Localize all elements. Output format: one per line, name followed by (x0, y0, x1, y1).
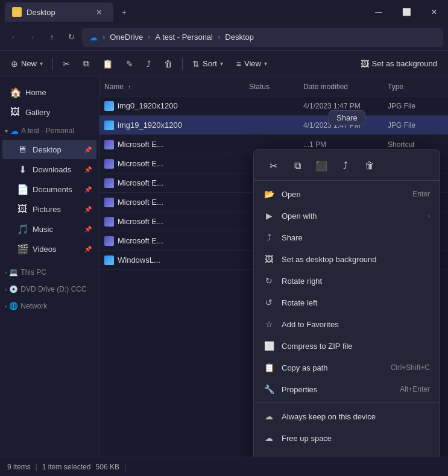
delete-button[interactable]: 🗑 (158, 54, 178, 74)
file-icon (104, 178, 114, 188)
window-controls: — ⬜ ✕ (365, 0, 448, 24)
sidebar-group-atest[interactable]: ▾ ☁ A test - Personal (0, 122, 99, 139)
cm-copyto-button[interactable]: ⬛ (312, 156, 331, 175)
sidebar-label-thispc: This PC (21, 268, 46, 277)
forward-button[interactable]: › (24, 29, 41, 46)
sidebar-label-desktop: Desktop (33, 145, 62, 154)
cm-item-properties[interactable]: 🔧 Properties Alt+Enter (254, 378, 440, 400)
paste-button[interactable]: 📋 (96, 54, 119, 74)
cm-item-freeupspace[interactable]: ☁ Free up space (254, 427, 440, 449)
cm-share-button[interactable]: ⤴ (336, 156, 355, 175)
maximize-button[interactable]: ⬜ (393, 0, 420, 24)
path-separator-3: › (218, 33, 220, 42)
view-button[interactable]: ≡ View ▾ (230, 54, 273, 74)
sidebar-label-network: Network (21, 302, 47, 310)
cm-item-rotateright[interactable]: ↻ Rotate right (254, 270, 440, 292)
file-item[interactable]: img19_1920x1200 4/1/2023 1:47 PM JPG Fil… (99, 116, 448, 135)
new-button[interactable]: ⊕ New ▾ (5, 54, 49, 74)
cm-item-setdesktopbg[interactable]: 🖼 Set as desktop background (254, 248, 440, 270)
cm-label-freeupspace: Free up space (282, 434, 430, 443)
cm-label-open: Open (282, 190, 405, 199)
sidebar: 🏠 Home 🖼 Gallery ▾ ☁ A test - Personal 🖥… (0, 77, 99, 457)
properties-icon: 🔧 (263, 384, 274, 394)
new-tab-button[interactable]: + (116, 4, 133, 20)
file-item[interactable]: img0_1920x1200 4/1/2023 1:47 PM JPG File (99, 96, 448, 116)
cm-label-setdesktopbg: Set as desktop background (282, 255, 430, 264)
music-icon: 🎵 (17, 224, 28, 235)
sidebar-group-network[interactable]: › 🌐 Network (0, 298, 99, 315)
sidebar-item-desktop[interactable]: 🖥 Desktop 📌 (2, 140, 96, 159)
sort-arrow-icon: ↑ (128, 84, 131, 90)
cm-item-open[interactable]: 📂 Open Enter (254, 183, 440, 205)
cm-item-compress[interactable]: ⬜ Compress to ZIP file (254, 335, 440, 357)
cm-item-keepondevice[interactable]: ☁ Always keep on this device (254, 406, 440, 427)
col-header-status[interactable]: Status (244, 83, 298, 91)
gallery-icon: 🖼 (10, 107, 21, 117)
path-separator-2: › (148, 33, 150, 42)
cut-button[interactable]: ✂ (57, 54, 76, 74)
copy-button[interactable]: ⧉ (77, 54, 95, 74)
col-header-name[interactable]: Name ↑ (99, 83, 244, 91)
submenu-arrow-icon: › (428, 213, 430, 219)
file-icon (104, 198, 114, 207)
file-icon (104, 101, 114, 111)
share-menu-icon: ⤴ (263, 233, 274, 242)
pin-documents-icon: 📌 (84, 186, 92, 193)
pin-videos-icon: 📌 (84, 246, 92, 252)
col-header-date[interactable]: Date modified (298, 83, 383, 91)
new-icon: ⊕ (11, 59, 18, 69)
close-button[interactable]: ✕ (420, 0, 448, 24)
sidebar-item-music[interactable]: 🎵 Music 📌 (2, 219, 96, 239)
cm-item-rotateleft[interactable]: ↺ Rotate left (254, 292, 440, 313)
context-menu-icon-row: ✂ ⧉ ⬛ ⤴ 🗑 (254, 154, 440, 178)
cm-item-share[interactable]: ⤴ Share (254, 227, 440, 248)
setbg-icon: 🖼 (361, 59, 369, 69)
minimize-button[interactable]: — (365, 0, 393, 24)
rotateright-icon: ↻ (263, 276, 274, 286)
desktop-icon: 🖥 (17, 144, 28, 155)
path-separator-1: › (103, 33, 105, 42)
col-header-type[interactable]: Type (383, 83, 448, 91)
setbg-button[interactable]: 🖼 Set as background (355, 54, 443, 74)
pictures-icon: 🖼 (17, 204, 28, 215)
address-path[interactable]: ☁ › OneDrive › A test - Personal › Deskt… (82, 28, 443, 47)
tab-close-button[interactable]: ✕ (92, 5, 106, 19)
rename-icon: ✎ (126, 59, 133, 69)
sidebar-item-gallery[interactable]: 🖼 Gallery (2, 102, 96, 122)
sidebar-group-dvd[interactable]: › 💿 DVD Drive (D:) CCC (0, 281, 99, 298)
documents-icon: 📄 (17, 184, 28, 195)
path-test-personal[interactable]: A test - Personal (156, 33, 213, 42)
cm-item-favorites[interactable]: ☆ Add to Favorites (254, 313, 440, 335)
refresh-button[interactable]: ↻ (63, 29, 80, 46)
cm-cut-button[interactable]: ✂ (263, 156, 283, 175)
sidebar-item-documents[interactable]: 📄 Documents 📌 (2, 180, 96, 199)
sort-label: Sort (203, 59, 217, 68)
sort-icon: ⇅ (192, 59, 200, 69)
file-icon (104, 159, 114, 169)
title-tab[interactable]: 🗂 Desktop ✕ (5, 2, 113, 22)
rename-button[interactable]: ✎ (120, 54, 139, 74)
back-button[interactable]: ‹ (5, 29, 22, 46)
path-onedrive[interactable]: OneDrive (110, 33, 143, 42)
cm-label-compress: Compress to ZIP file (282, 342, 430, 351)
cm-item-onedrive[interactable]: ☁ OneDrive › (254, 449, 440, 457)
cm-copy-button[interactable]: ⧉ (288, 156, 307, 175)
cm-item-copypath[interactable]: 📋 Copy as path Ctrl+Shift+C (254, 357, 440, 378)
sidebar-item-downloads[interactable]: ⬇ Downloads 📌 (2, 160, 96, 179)
file-icon (104, 255, 114, 265)
onedrive-submenu-arrow-icon: › (428, 457, 430, 457)
sidebar-group-thispc[interactable]: › 💻 This PC (0, 264, 99, 281)
path-desktop[interactable]: Desktop (225, 33, 254, 42)
sidebar-label-pictures: Pictures (33, 205, 61, 214)
cm-divider-0 (254, 180, 440, 181)
sidebar-item-pictures[interactable]: 🖼 Pictures 📌 (2, 199, 96, 219)
up-button[interactable]: ↑ (43, 29, 60, 46)
cm-delete-button[interactable]: 🗑 (360, 156, 379, 175)
share-button[interactable]: ⤴ (140, 54, 157, 74)
sidebar-item-home[interactable]: 🏠 Home (2, 83, 96, 102)
cm-item-openwith[interactable]: ▶ Open with › (254, 205, 440, 227)
sort-button[interactable]: ⇅ Sort ▾ (186, 54, 229, 74)
sidebar-item-videos[interactable]: 🎬 Videos 📌 (2, 239, 96, 258)
cm-shortcut-open: Enter (412, 190, 430, 198)
cm-divider-1 (254, 402, 440, 403)
